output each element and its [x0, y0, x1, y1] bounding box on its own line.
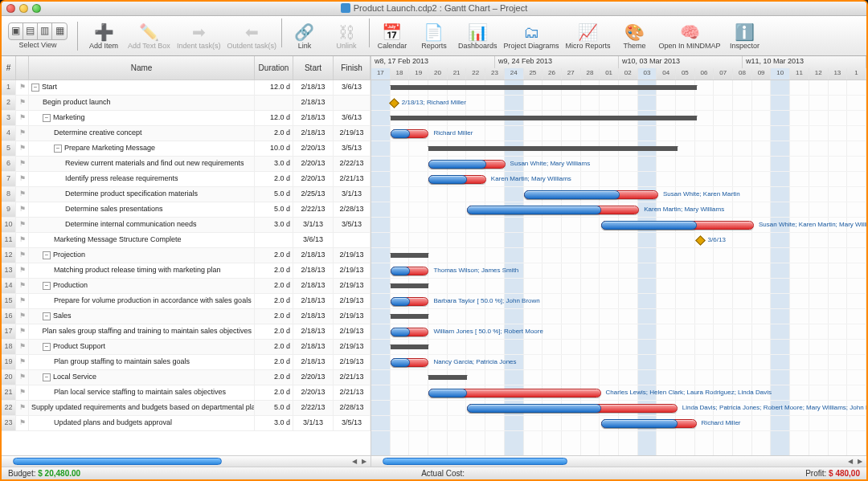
table-row[interactable]: 19⚑Plan group staffing to maintain sales…	[2, 355, 371, 370]
disclosure-toggle[interactable]: −	[54, 145, 62, 153]
row-duration[interactable]: 10.0 d	[255, 141, 293, 156]
row-start[interactable]: 2/18/13	[293, 340, 334, 354]
milestone-icon[interactable]	[389, 98, 399, 108]
row-duration[interactable]: 5.0 d	[255, 401, 293, 415]
table-row[interactable]: 21⚑Plan local service staffing to mainta…	[2, 385, 371, 401]
task-bar[interactable]	[601, 419, 678, 428]
row-duration[interactable]: 2.0 d	[255, 340, 293, 354]
row-duration[interactable]: 3.0 d	[255, 218, 293, 232]
row-finish[interactable]: 2/28/13	[334, 202, 371, 217]
minimize-window-button[interactable]	[19, 4, 28, 13]
row-name[interactable]: −Production	[29, 279, 255, 293]
row-start[interactable]: 2/20/13	[293, 141, 334, 156]
disclosure-toggle[interactable]: −	[43, 343, 51, 351]
row-finish[interactable]: 3/6/13	[334, 111, 371, 125]
row-duration[interactable]: 5.0 d	[255, 202, 293, 217]
task-bar[interactable]	[428, 160, 485, 169]
row-name[interactable]: Determine product specification material…	[29, 187, 255, 202]
row-finish[interactable]: 2/19/13	[334, 294, 371, 308]
task-bar[interactable]	[391, 129, 410, 138]
table-row[interactable]: 15⚑Prepare for volume production in acco…	[2, 294, 371, 309]
row-finish[interactable]: 2/19/13	[334, 309, 371, 324]
view-option-icon[interactable]: ▦	[52, 23, 67, 39]
row-duration[interactable]	[255, 233, 293, 247]
row-name[interactable]: Identify press release requirements	[29, 172, 255, 186]
summary-bar[interactable]	[391, 344, 429, 349]
row-finish[interactable]	[334, 233, 371, 247]
project-diagrams-button[interactable]: 🗂Project Diagrams	[500, 18, 562, 54]
row-start[interactable]: 2/22/13	[293, 202, 334, 217]
row-name[interactable]: Marketing Message Structure Complete	[29, 233, 255, 247]
table-row[interactable]: 22⚑Supply updated requirements and budge…	[2, 401, 371, 416]
table-row[interactable]: 10⚑Determine internal communication need…	[2, 218, 371, 233]
task-bar[interactable]	[601, 221, 697, 230]
row-finish[interactable]: 3/5/13	[334, 416, 371, 430]
row-name[interactable]: Prepare for volume production in accorda…	[29, 294, 255, 308]
row-duration[interactable]: 2.0 d	[255, 172, 293, 186]
milestone-icon[interactable]	[695, 235, 706, 246]
reports-button[interactable]: 📄Reports	[413, 18, 455, 54]
row-duration[interactable]: 12.0 d	[255, 111, 293, 125]
col-name[interactable]: Name	[29, 56, 255, 79]
micro-reports-button[interactable]: 📈Micro Reports	[563, 18, 614, 54]
disclosure-toggle[interactable]: −	[43, 282, 51, 290]
row-name[interactable]: Review current materials and find out ne…	[29, 157, 255, 171]
table-body[interactable]: 1⚑−Start12.0 d2/18/133/6/132⚑Begin produ…	[2, 80, 371, 455]
row-name[interactable]: Determine internal communication needs	[29, 218, 255, 232]
row-name[interactable]: −Product Support	[29, 340, 255, 354]
row-finish[interactable]: 2/19/13	[334, 126, 371, 141]
summary-bar[interactable]	[391, 283, 429, 288]
close-window-button[interactable]	[6, 4, 15, 13]
row-start[interactable]: 2/20/13	[293, 157, 334, 171]
summary-bar[interactable]	[391, 85, 697, 90]
row-name[interactable]: −Local Service	[29, 370, 255, 385]
gantt-chart[interactable]: 2/18/13; Richard MillerRichard MillerSus…	[371, 80, 866, 455]
row-start[interactable]: 3/1/13	[293, 218, 334, 232]
disclosure-toggle[interactable]: −	[43, 373, 51, 381]
row-duration[interactable]: 2.0 d	[255, 248, 293, 263]
col-start[interactable]: Start	[293, 56, 334, 79]
row-finish[interactable]: 2/19/13	[334, 324, 371, 339]
row-name[interactable]: −Start	[29, 80, 255, 95]
row-start[interactable]: 2/20/13	[293, 172, 334, 186]
row-start[interactable]: 2/18/13	[293, 96, 334, 110]
row-start[interactable]: 2/18/13	[293, 80, 334, 95]
row-duration[interactable]: 5.0 d	[255, 187, 293, 202]
view-option-icon[interactable]: ▤	[23, 23, 38, 39]
row-finish[interactable]: 2/21/13	[334, 172, 371, 186]
open-mindmap-button[interactable]: 🧠Open In MINDMAP	[656, 18, 724, 54]
table-row[interactable]: 14⚑−Production2.0 d2/18/132/19/13	[2, 279, 371, 294]
task-bar[interactable]	[524, 190, 620, 199]
row-name[interactable]: −Projection	[29, 248, 255, 263]
disclosure-toggle[interactable]: −	[31, 84, 39, 92]
table-row[interactable]: 1⚑−Start12.0 d2/18/133/6/13	[2, 80, 371, 96]
task-bar[interactable]	[467, 404, 601, 413]
table-row[interactable]: 8⚑Determine product specification materi…	[2, 187, 371, 202]
table-row[interactable]: 18⚑−Product Support2.0 d2/18/132/19/13	[2, 340, 371, 355]
table-row[interactable]: 9⚑Determine sales presentations5.0 d2/22…	[2, 202, 371, 218]
row-finish[interactable]: 2/19/13	[334, 248, 371, 263]
row-duration[interactable]	[255, 96, 293, 110]
summary-bar[interactable]	[391, 314, 429, 319]
row-name[interactable]: Begin product launch	[29, 96, 255, 110]
task-bar[interactable]	[391, 297, 410, 306]
row-start[interactable]: 2/18/13	[293, 248, 334, 263]
row-finish[interactable]: 2/19/13	[334, 263, 371, 278]
link-button[interactable]: 🔗Link	[284, 18, 326, 54]
row-duration[interactable]: 2.0 d	[255, 370, 293, 385]
row-finish[interactable]	[334, 96, 371, 110]
select-view-segmented[interactable]: ▣ ▤ ▥ ▦	[8, 22, 68, 40]
row-name[interactable]: Supply updated requirements and budgets …	[29, 401, 255, 415]
row-duration[interactable]: 2.0 d	[255, 294, 293, 308]
view-option-icon[interactable]: ▥	[38, 23, 52, 39]
row-duration[interactable]: 2.0 d	[255, 309, 293, 324]
row-start[interactable]: 2/25/13	[293, 187, 334, 202]
row-name[interactable]: −Marketing	[29, 111, 255, 125]
row-finish[interactable]: 2/28/13	[334, 401, 371, 415]
row-start[interactable]: 2/18/13	[293, 111, 334, 125]
row-name[interactable]: Plan local service staffing to maintain …	[29, 385, 255, 400]
row-name[interactable]: Matching product release timing with mar…	[29, 263, 255, 278]
row-finish[interactable]: 3/5/13	[334, 141, 371, 156]
row-name[interactable]: Updated plans and budgets approval	[29, 416, 255, 430]
table-row[interactable]: 20⚑−Local Service2.0 d2/20/132/21/13	[2, 370, 371, 385]
